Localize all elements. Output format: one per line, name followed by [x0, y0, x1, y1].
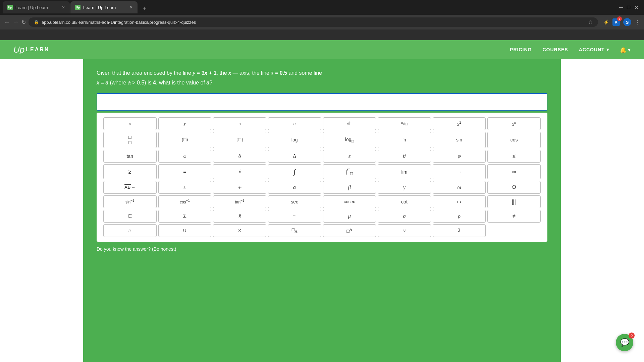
tab-2[interactable]: Up Learn | Up Learn ✕	[70, 1, 138, 13]
tab-2-close[interactable]: ✕	[129, 5, 133, 10]
calc-btn-xbar2[interactable]: x̄	[213, 210, 266, 223]
courses-link[interactable]: COURSES	[542, 47, 568, 52]
calc-btn-xbar[interactable]: x̄	[213, 164, 266, 179]
app-nav: Up LEARN PRICING COURSES ACCOUNT ▾ 🔔 ▾	[0, 40, 644, 59]
calc-btn-lim[interactable]: lim	[378, 164, 431, 179]
calc-btn-sigma-big[interactable]: Σ	[158, 210, 212, 223]
calc-btn-cosec[interactable]: cosec	[323, 195, 376, 208]
calc-btn-geq[interactable]: ≥	[103, 164, 157, 179]
calc-btn-neq[interactable]: ≠	[487, 210, 541, 223]
calc-btn-lambda[interactable]: λ	[433, 224, 486, 237]
calc-btn-sin[interactable]: sin	[433, 132, 486, 148]
tab-1-label: Learn | Up Learn	[15, 5, 48, 10]
notifications-button[interactable]: 🔔 ▾	[620, 47, 631, 53]
calc-grid: x y π e √□ n√□ x2 xn □□ (□) {□} log log□…	[103, 117, 541, 237]
calc-btn-delta-small[interactable]: δ	[213, 150, 266, 163]
calc-btn-integral[interactable]: ∫	[268, 164, 321, 179]
calc-btn-phi[interactable]: φ	[433, 150, 486, 163]
calc-btn-nu[interactable]: ν	[378, 224, 431, 237]
main-content: Given that the area enclosed by the line…	[0, 59, 644, 362]
calc-btn-mu[interactable]: μ	[323, 210, 376, 223]
calc-btn-cot[interactable]: cot	[378, 195, 431, 208]
right-sidebar	[561, 59, 644, 362]
calc-btn-eq[interactable]: =	[158, 164, 212, 179]
profile-icon[interactable]: S	[623, 18, 631, 26]
menu-icon[interactable]: ⋮	[635, 19, 640, 25]
new-tab-button[interactable]: +	[140, 4, 150, 13]
calc-btn-xn[interactable]: xn	[487, 117, 541, 130]
calc-btn-defintegral[interactable]: ∫□□	[323, 164, 376, 179]
logo[interactable]: Up LEARN	[13, 45, 49, 55]
calc-btn-sqrt[interactable]: √□	[323, 117, 376, 130]
tab-1[interactable]: Up Learn | Up Learn ✕	[3, 1, 70, 13]
minimize-button[interactable]: ─	[619, 4, 623, 11]
calc-btn-leq[interactable]: ≤	[487, 150, 541, 163]
calc-btn-omega-big[interactable]: Ω	[487, 181, 541, 194]
calc-btn-alpha[interactable]: α	[268, 181, 321, 194]
calc-btn-union[interactable]: ∪	[158, 224, 212, 237]
pricing-link[interactable]: PRICING	[510, 47, 532, 52]
calculator-panel: x y π e √□ n√□ x2 xn □□ (□) {□} log log□…	[97, 113, 547, 242]
calc-btn-ln[interactable]: ln	[378, 132, 431, 148]
calc-btn-x[interactable]: x	[103, 117, 157, 130]
calc-btn-pi[interactable]: π	[213, 117, 266, 130]
calc-btn-gamma[interactable]: γ	[378, 181, 431, 194]
tab-1-close[interactable]: ✕	[62, 5, 65, 10]
calc-btn-e[interactable]: e	[268, 117, 321, 130]
browser-chrome: Up Learn | Up Learn ✕ Up Learn | Up Lear…	[0, 0, 644, 40]
calc-btn-cos[interactable]: cos	[487, 132, 541, 148]
calc-btn-minusplus[interactable]: ∓	[213, 181, 266, 194]
calc-btn-beta[interactable]: β	[323, 181, 376, 194]
calc-btn-fraction[interactable]: □□	[103, 132, 157, 148]
left-sidebar	[0, 59, 83, 362]
calc-btn-theta[interactable]: θ	[378, 150, 431, 163]
calc-btn-epsilon[interactable]: ε	[323, 150, 376, 163]
calc-btn-intersect[interactable]: ∩	[103, 224, 157, 237]
calc-btn-paren[interactable]: (□)	[158, 132, 212, 148]
chat-button[interactable]: 💬 0	[616, 334, 633, 351]
calc-btn-tan[interactable]: tan	[103, 150, 157, 163]
calc-btn-mapsto[interactable]: ↦	[433, 195, 486, 208]
calc-btn-delta-big[interactable]: Δ	[268, 150, 321, 163]
calc-btn-xsq[interactable]: x2	[433, 117, 486, 130]
calc-btn-omega-small[interactable]: ω	[433, 181, 486, 194]
url-display[interactable]: app.uplearn.co.uk/learn/maths-aqa-1/inte…	[42, 20, 586, 25]
calc-btn-brace[interactable]: {□}	[213, 132, 266, 148]
calc-btn-sigma-small[interactable]: σ	[378, 210, 431, 223]
content-area: Given that the area enclosed by the line…	[83, 59, 561, 362]
calc-btn-superscript-a[interactable]: □A	[323, 224, 376, 237]
calc-btn-tilde[interactable]: ~	[268, 210, 321, 223]
calc-btn-element[interactable]: ∈	[103, 210, 157, 223]
calc-btn-arctan[interactable]: tan−1	[213, 195, 266, 208]
star-icon[interactable]: ☆	[588, 19, 593, 25]
calc-btn-arccos[interactable]: cos−1	[158, 195, 212, 208]
calc-btn-arrow[interactable]: →	[433, 164, 486, 179]
back-button[interactable]: ←	[4, 19, 10, 26]
answer-input-container[interactable]	[97, 93, 547, 111]
question-container: Given that the area enclosed by the line…	[97, 68, 547, 88]
close-button[interactable]: ✕	[634, 4, 639, 11]
calc-btn-rho[interactable]: ρ	[433, 210, 486, 223]
calc-btn-log[interactable]: log	[268, 132, 321, 148]
calc-btn-infinity[interactable]: ∞	[487, 164, 541, 179]
calc-btn-y[interactable]: y	[158, 117, 212, 130]
calc-btn-times[interactable]: ×	[213, 224, 266, 237]
calc-btn-nthroot[interactable]: n√□	[378, 117, 431, 130]
calc-btn-subscript-a[interactable]: □A	[268, 224, 321, 237]
calc-btn-sec[interactable]: sec	[268, 195, 321, 208]
calc-btn-plusminus[interactable]: ±	[158, 181, 212, 194]
answer-input[interactable]	[97, 94, 547, 110]
extensions-icon[interactable]: ⚡	[603, 19, 609, 25]
calc-btn-empty	[487, 224, 541, 237]
maximize-button[interactable]: □	[627, 4, 630, 11]
security-icon: 🔒	[34, 20, 39, 24]
calc-btn-prop[interactable]: ∝	[158, 150, 212, 163]
question-text: Given that the area enclosed by the line…	[97, 68, 547, 78]
calc-btn-logn[interactable]: log□	[323, 132, 376, 148]
refresh-button[interactable]: ↻	[21, 19, 26, 25]
calc-btn-vector[interactable]: AB→	[103, 181, 157, 194]
calc-btn-arcsin[interactable]: sin−1	[103, 195, 157, 208]
account-link[interactable]: ACCOUNT ▾	[579, 47, 609, 52]
calc-btn-norm[interactable]: ‖‖	[487, 195, 541, 208]
forward-button[interactable]: →	[13, 19, 19, 26]
